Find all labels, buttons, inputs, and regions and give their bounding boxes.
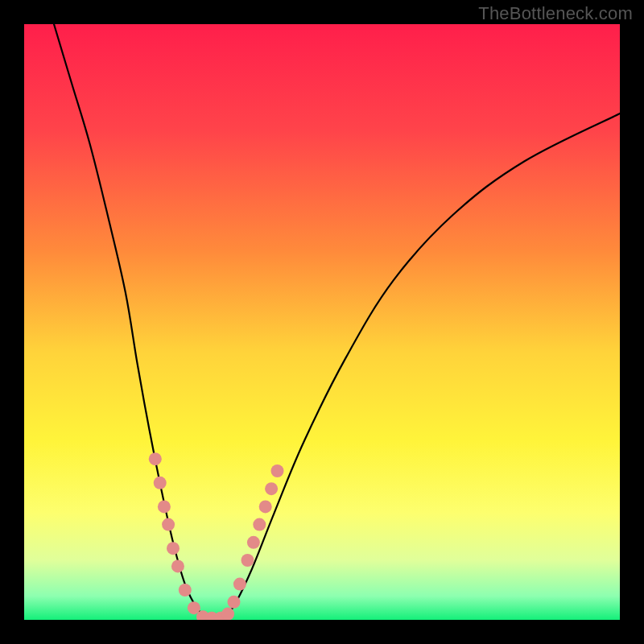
marker-dot	[158, 500, 171, 513]
marker-dot	[259, 500, 272, 513]
bottleneck-chart	[24, 24, 620, 620]
marker-dot	[265, 482, 278, 495]
watermark-text: TheBottleneck.com	[478, 3, 633, 24]
chart-frame	[24, 24, 620, 620]
marker-dot	[179, 584, 192, 597]
marker-dot	[227, 596, 240, 609]
marker-dot	[167, 542, 180, 555]
marker-dot	[253, 518, 266, 531]
marker-dot	[171, 559, 184, 572]
marker-dot	[221, 608, 234, 620]
marker-dot	[242, 554, 254, 567]
chart-background	[24, 24, 620, 620]
marker-dot	[154, 477, 167, 489]
marker-dot	[247, 536, 260, 549]
marker-dot	[162, 518, 175, 531]
marker-dot	[271, 464, 284, 477]
marker-dot	[233, 578, 246, 591]
marker-dot	[149, 452, 162, 465]
